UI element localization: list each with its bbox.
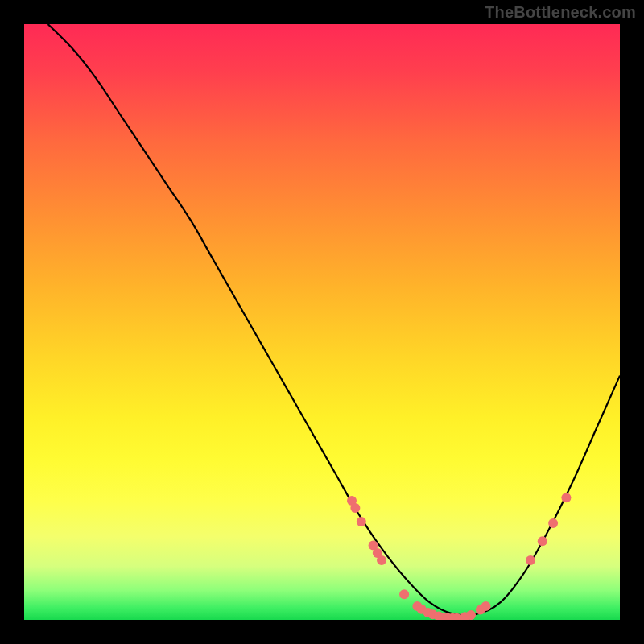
- data-marker: [481, 601, 491, 611]
- data-marker: [357, 517, 366, 526]
- data-marker: [561, 493, 571, 502]
- data-marker: [399, 589, 409, 599]
- data-marker: [538, 536, 547, 546]
- chart-frame: TheBottleneck.com: [0, 0, 644, 644]
- watermark-text: TheBottleneck.com: [485, 3, 636, 22]
- bottleneck-curve: [48, 24, 620, 616]
- marker-layer: [347, 493, 571, 620]
- data-marker: [526, 555, 535, 565]
- data-marker: [350, 503, 360, 513]
- plot-area: [24, 24, 620, 620]
- data-marker: [466, 610, 476, 620]
- data-marker: [548, 518, 558, 528]
- chart-svg: [24, 24, 620, 620]
- data-marker: [377, 555, 386, 565]
